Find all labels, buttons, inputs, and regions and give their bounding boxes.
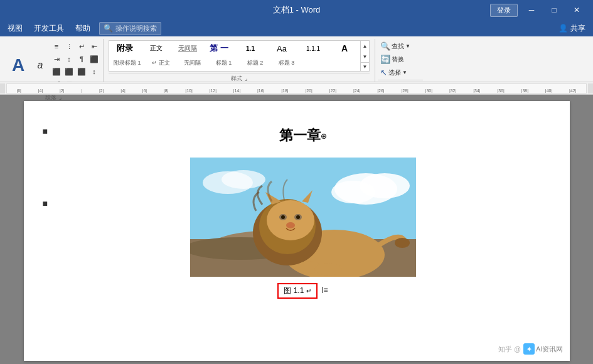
- ruler-area: |6| |4| |2| | |2| |4| |6| |8| |10| |12| …: [0, 82, 593, 95]
- svg-point-5: [222, 170, 265, 189]
- select-icon: ↖: [380, 68, 387, 77]
- svg-point-18: [296, 215, 300, 219]
- image-container: 图 1.1 ↵ I ≡: [190, 158, 416, 299]
- style-aa[interactable]: Aa: [266, 41, 297, 56]
- style-a-large[interactable]: A: [329, 41, 360, 56]
- window-title: 文档1 - Word: [273, 4, 321, 16]
- document-area: ■ 第一章⊕ ■: [0, 95, 593, 364]
- styles-expand-arrow[interactable]: ▼: [361, 62, 369, 71]
- align-right-button[interactable]: ⬛: [63, 65, 75, 78]
- font-big-a-button[interactable]: A: [6, 51, 30, 79]
- close-button[interactable]: ✕: [565, 0, 588, 20]
- style-label-biaoti3: 标题 3: [271, 56, 302, 70]
- indent-increase-button[interactable]: ⇥: [50, 53, 63, 65]
- style-label-zhengwen: ↵ 正文: [146, 56, 177, 70]
- style-label-fulubiaoyi: 附录标题 1: [109, 56, 146, 70]
- style-1-1[interactable]: 1.1: [235, 41, 266, 56]
- styles-label: 样式 ⌟: [109, 73, 370, 83]
- sort-button[interactable]: ↕: [63, 53, 75, 65]
- replace-button[interactable]: 🔄 替换: [378, 53, 423, 65]
- watermark-logo: ✦: [523, 343, 535, 355]
- document-page: ■ 第一章⊕ ■: [24, 101, 570, 361]
- list-numbered-button[interactable]: ⋮: [63, 40, 75, 53]
- menu-view[interactable]: 视图: [3, 21, 28, 36]
- editing-section: 🔍 查找 ▼ 🔄 替换 ↖ 选择 ▼ 编辑: [375, 39, 425, 82]
- style-label-wujiange: 无间隔: [177, 56, 208, 70]
- minimize-button[interactable]: ─: [520, 0, 543, 20]
- style-zhengwen[interactable]: 正文: [141, 41, 172, 56]
- bullet-mark-mid: ■: [43, 198, 48, 208]
- bullet-mark-top: ■: [43, 126, 48, 136]
- list-bullet-button[interactable]: ≡: [50, 40, 63, 53]
- watermark: 知乎 @ ✦ AI资讯网: [498, 343, 564, 355]
- styles-items: 附录 正文 无间隔 第 一 1.1 Aa 1.1.1 A 附录标题 1 ↵ 正文: [109, 41, 360, 71]
- big-a-icon: A: [12, 56, 24, 74]
- align-center-button[interactable]: ⬛: [50, 65, 63, 78]
- cursor-line-icon: ≡: [324, 286, 328, 294]
- lion-image[interactable]: [190, 158, 416, 277]
- find-button[interactable]: 🔍 查找 ▼: [378, 40, 423, 52]
- search-placeholder: 操作说明搜索: [115, 24, 157, 33]
- search-box[interactable]: 🔍 操作说明搜索: [99, 22, 161, 35]
- paragraph-expand-icon[interactable]: ⌟: [59, 94, 61, 100]
- list-indent-button[interactable]: ↵: [75, 40, 88, 53]
- small-a-icon: a: [38, 60, 43, 71]
- align-left-button[interactable]: ⬛: [88, 53, 100, 65]
- indent-decrease-button[interactable]: ⇤: [88, 40, 100, 53]
- styles-up-arrow[interactable]: ▲: [361, 41, 369, 51]
- svg-point-12: [267, 200, 314, 240]
- styles-down-arrow[interactable]: ▼: [361, 51, 369, 62]
- font-small-a-button[interactable]: a: [31, 51, 49, 79]
- show-marks-button[interactable]: ¶: [75, 53, 88, 65]
- styles-row-1: 附录 正文 无间隔 第 一 1.1 Aa 1.1.1 A: [109, 41, 360, 56]
- select-dropdown-icon: ▼: [402, 70, 407, 75]
- svg-point-19: [286, 222, 295, 228]
- window-controls: ─ □ ✕: [520, 0, 588, 20]
- menu-bar: 视图 开发工具 帮助 🔍 操作说明搜索 👤 共享: [0, 20, 593, 36]
- style-wujiange[interactable]: 无间隔: [172, 41, 203, 56]
- menu-help[interactable]: 帮助: [70, 21, 95, 36]
- styles-panel: 附录 正文 无间隔 第 一 1.1 Aa 1.1.1 A 附录标题 1 ↵ 正文: [109, 40, 370, 72]
- figure-caption: 图 1.1 ↵: [277, 283, 317, 299]
- binoculars-icon: 🔍: [380, 41, 390, 51]
- find-dropdown-icon: ▼: [405, 43, 410, 49]
- styles-row-2: 附录标题 1 ↵ 正文 无间隔 标题 1 标题 2 标题 3: [109, 56, 360, 70]
- styles-section: 附录 正文 无间隔 第 一 1.1 Aa 1.1.1 A 附录标题 1 ↵ 正文: [104, 39, 375, 82]
- svg-point-16: [281, 215, 285, 219]
- styles-arrows: ▲ ▼ ▼: [360, 41, 369, 71]
- style-label-biaoti2: 标题 2: [240, 56, 271, 70]
- search-icon: 🔍: [104, 24, 113, 33]
- editing-tools: 🔍 查找 ▼ 🔄 替换 ↖ 选择 ▼: [378, 40, 423, 78]
- styles-tools: 附录 正文 无间隔 第 一 1.1 Aa 1.1.1 A 附录标题 1 ↵ 正文: [109, 40, 370, 72]
- style-1-1-1[interactable]: 1.1.1: [297, 41, 329, 56]
- horizontal-ruler: |6| |4| |2| | |2| |4| |6| |8| |10| |12| …: [6, 83, 587, 94]
- title-bar: 文档1 - Word 登录 ─ □ ✕: [0, 0, 593, 20]
- chapter-title: 第一章⊕: [74, 126, 532, 145]
- maximize-button[interactable]: □: [543, 0, 565, 20]
- style-label-biaoti1: 标题 1: [208, 56, 240, 70]
- watermark-text2: AI资讯网: [536, 345, 563, 354]
- line-spacing-button[interactable]: ↕: [88, 65, 100, 78]
- replace-icon: 🔄: [380, 55, 390, 64]
- person-icon: 👤: [558, 24, 568, 33]
- align-justify-button[interactable]: ⬛: [75, 65, 88, 78]
- paragraph-section: A a ≡ ⋮ ↵ ⇤ ⇥ ↕ ¶ ⬛ ⬛ ⬛: [4, 39, 104, 82]
- select-button[interactable]: ↖ 选择 ▼: [378, 67, 423, 78]
- login-button[interactable]: 登录: [490, 4, 518, 17]
- svg-point-21: [314, 263, 342, 276]
- watermark-text1: 知乎 @: [498, 345, 521, 354]
- style-fulubiaoyi[interactable]: 附录: [109, 41, 141, 56]
- styles-expand-icon[interactable]: ⌟: [245, 75, 247, 82]
- share-button[interactable]: 👤 共享: [553, 21, 590, 36]
- menu-developer[interactable]: 开发工具: [29, 21, 69, 36]
- svg-point-22: [395, 238, 410, 248]
- caption-return-icon: ↵: [306, 287, 311, 294]
- style-biaoti1[interactable]: 第 一: [203, 41, 235, 56]
- svg-point-3: [331, 181, 375, 203]
- ribbon: A a ≡ ⋮ ↵ ⇤ ⇥ ↕ ¶ ⬛ ⬛ ⬛: [0, 36, 593, 82]
